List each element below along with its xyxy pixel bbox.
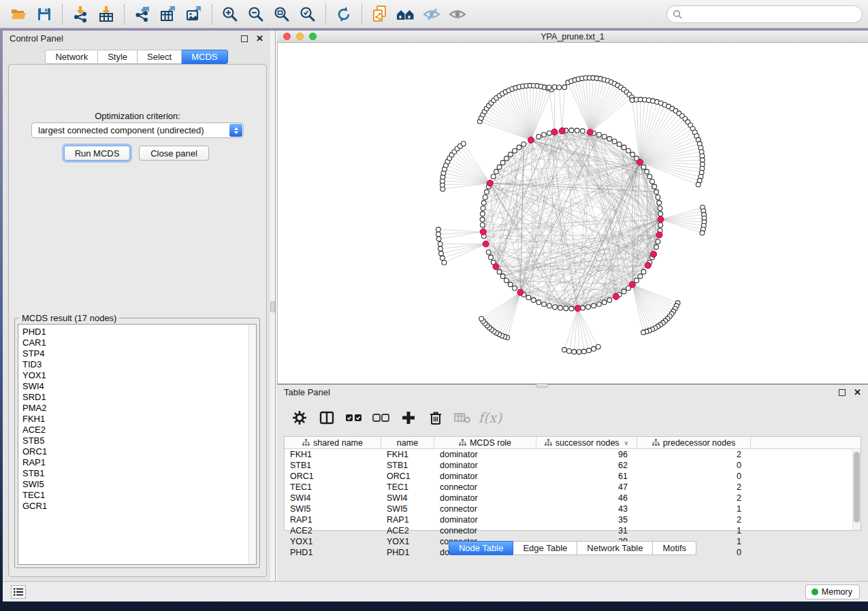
network-node[interactable] [657,201,662,205]
column-header-shared-name[interactable]: shared name [285,437,381,448]
network-node[interactable] [582,349,587,354]
first-neighbors-button[interactable] [393,3,419,26]
network-node[interactable] [569,128,574,133]
network-node[interactable] [526,295,531,300]
table-scrollbar[interactable] [852,450,861,530]
network-node[interactable] [504,278,509,283]
mcds-result-item[interactable]: RAP1 [22,457,256,468]
network-node[interactable] [497,269,502,274]
mcds-list-scrollbar[interactable] [248,325,256,564]
network-node[interactable] [641,269,646,274]
mcds-result-list[interactable]: PHD1CAR1STP4TID3YOX1SWI4SRD1PMA2FKH1ACE2… [18,324,257,565]
function-builder-button[interactable]: f(x) [480,408,500,428]
network-node[interactable] [658,206,662,211]
mcds-result-item[interactable]: ORC1 [22,446,256,457]
mcds-result-item[interactable]: GCR1 [22,501,256,512]
network-node[interactable] [607,298,612,303]
network-node[interactable] [650,179,655,184]
mcds-result-item[interactable]: SRD1 [22,392,256,403]
network-node[interactable] [602,300,607,305]
mcds-result-item[interactable]: ACE2 [22,425,256,435]
network-node[interactable] [436,227,441,232]
mcds-result-item[interactable]: YOX1 [22,370,256,381]
column-header-name[interactable]: name [381,437,434,448]
column-header-MCDS-role[interactable]: MCDS role [434,437,536,448]
network-node[interactable] [617,142,622,147]
mcds-result-item[interactable]: SWI4 [22,381,256,392]
network-node[interactable] [641,330,646,335]
tab-select[interactable]: Select [138,50,182,64]
export-network-button[interactable] [129,3,155,26]
close-panel-icon[interactable]: ✕ [256,35,263,42]
delete-table-button[interactable] [453,408,473,428]
tab-edge-table[interactable]: Edge Table [513,541,577,555]
network-node[interactable] [494,169,499,174]
delete-column-button[interactable] [425,408,446,428]
network-node[interactable] [592,303,596,308]
show-columns-button[interactable] [317,408,337,428]
network-node[interactable] [638,274,643,279]
network-node[interactable] [558,306,563,310]
network-node[interactable] [622,289,626,294]
network-node[interactable] [480,212,485,216]
mcds-result-item[interactable]: TEC1 [22,490,256,501]
network-node[interactable] [634,278,639,283]
mcds-result-item[interactable]: PHD1 [22,327,256,337]
export-table-button[interactable] [155,3,181,26]
network-node[interactable] [481,206,485,211]
mcds-hub-node[interactable] [587,129,593,135]
table-settings-button[interactable] [289,408,310,428]
new-network-from-selection-button[interactable] [367,3,393,26]
mcds-hub-node[interactable] [658,216,664,222]
network-node[interactable] [497,165,502,169]
zoom-selected-button[interactable] [295,3,321,26]
network-node[interactable] [500,274,505,279]
network-node[interactable] [436,232,441,237]
network-node[interactable] [436,237,441,242]
network-node[interactable] [581,129,585,133]
network-node[interactable] [652,184,657,189]
network-node[interactable] [602,134,607,139]
add-column-button[interactable] [398,408,419,428]
network-node[interactable] [564,306,568,311]
mcds-result-item[interactable]: FKH1 [22,414,256,425]
mcds-hub-node[interactable] [551,129,558,135]
network-node[interactable] [486,250,491,254]
network-node[interactable] [592,346,596,351]
network-node[interactable] [479,316,484,321]
zoom-in-button[interactable] [217,3,243,26]
network-window-titlebar[interactable]: YPA_prune.txt_1 [277,31,868,43]
float-window-icon[interactable] [241,35,248,42]
network-node[interactable] [654,245,659,250]
network-node[interactable] [536,134,541,139]
network-node[interactable] [567,349,572,354]
network-node[interactable] [607,137,612,142]
network-node[interactable] [575,128,579,133]
splitter-grip[interactable] [270,301,275,312]
tab-network[interactable]: Network [45,50,98,64]
search-input[interactable] [666,5,863,23]
network-node[interactable] [438,246,443,251]
network-canvas[interactable] [277,43,868,384]
network-node[interactable] [547,85,551,90]
refresh-button[interactable] [331,3,357,26]
network-node[interactable] [438,242,443,246]
select-all-button[interactable] [344,408,364,428]
mcds-hub-node[interactable] [575,306,581,312]
export-image-button[interactable] [181,3,207,26]
table-row[interactable]: RAP1RAP1dominator352 [285,514,861,525]
network-node[interactable] [656,195,660,200]
mcds-hub-node[interactable] [629,282,635,288]
network-node[interactable] [587,348,592,353]
table-row[interactable]: SWI5SWI5connector431 [285,503,861,514]
mcds-result-item[interactable]: TID3 [22,359,256,370]
mcds-hub-node[interactable] [645,263,651,269]
table-row[interactable]: SWI4SWI4dominator462 [285,493,861,503]
zoom-fit-button[interactable] [269,3,295,26]
network-node[interactable] [597,302,602,307]
network-node[interactable] [630,152,635,157]
mcds-hub-node[interactable] [528,137,534,143]
network-node[interactable] [626,148,631,153]
deselect-all-button[interactable] [371,408,391,428]
close-panel-icon[interactable]: ✕ [854,389,861,396]
